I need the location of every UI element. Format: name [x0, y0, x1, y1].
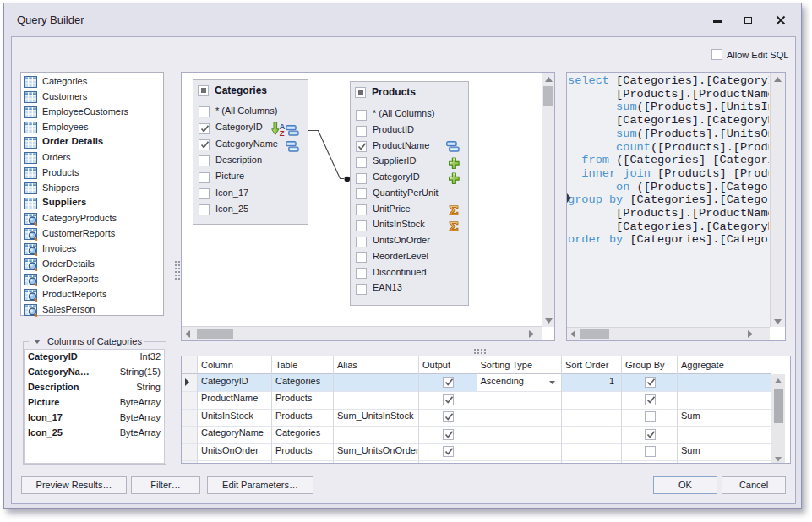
svg-text:Z: Z — [280, 128, 285, 136]
